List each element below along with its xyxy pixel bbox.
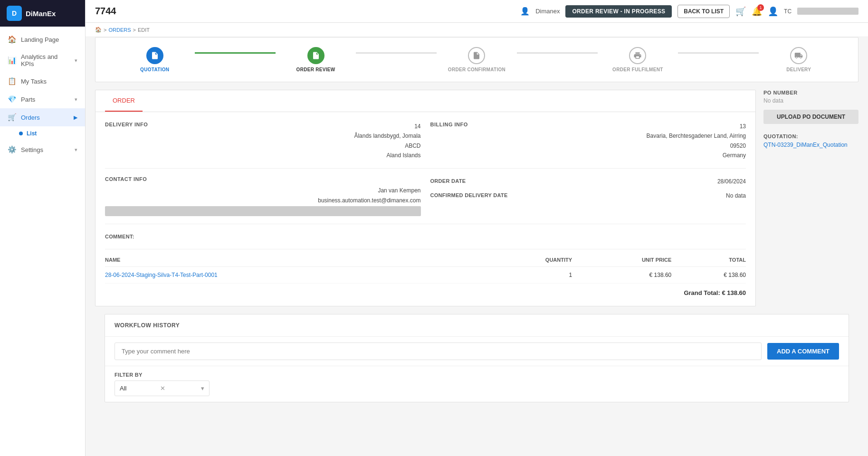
back-to-list-button[interactable]: BACK TO LIST	[677, 5, 730, 18]
delivery-line2: Ålands landsbygd, Jomala	[263, 131, 420, 141]
sidebar-item-label: Settings	[21, 146, 43, 153]
sidebar-item-label: Orders	[21, 114, 40, 121]
topbar: 7744 👤 Dimanex ORDER REVIEW - IN PROGRES…	[86, 0, 868, 23]
step-label-quotation: QUOTATION	[140, 67, 169, 72]
filter-chevron-icon[interactable]: ▾	[201, 385, 204, 392]
user-initials: TC	[784, 8, 792, 15]
sidebar-sub-orders: List	[0, 126, 85, 141]
confirmed-delivery-label: CONFIRMED DELIVERY DATE	[430, 192, 508, 199]
analytics-icon: 📊	[8, 56, 16, 65]
workflow-history-section: WORKFLOW HISTORY ADD A COMMENT FILTER BY…	[105, 314, 849, 402]
sidebar: D DiManEx 🏠 Landing Page 📊 Analytics and…	[0, 0, 86, 456]
order-date-row: ORDER DATE 28/06/2024	[430, 176, 746, 187]
billing-line4: Germany	[588, 151, 746, 160]
step-circle-order-confirmation	[468, 47, 485, 64]
filter-by-label: FILTER BY	[114, 372, 839, 378]
sidebar-logo: D DiManEx	[0, 0, 85, 27]
col-header-name: NAME	[105, 253, 482, 267]
cart-icon[interactable]: 🛒	[735, 6, 746, 17]
filter-section: FILTER BY All ✕ ▾	[105, 366, 849, 402]
comment-section: COMMENT:	[105, 230, 746, 249]
col-header-total: TOTAL	[671, 253, 746, 267]
step-circle-quotation	[146, 47, 163, 64]
order-date-label: ORDER DATE	[430, 178, 466, 185]
contact-dates-section: CONTACT INFO Jan van Kempen business.aut…	[105, 176, 746, 225]
contact-info-label: CONTACT INFO	[105, 176, 421, 182]
right-panel: PO NUMBER No data UPLOAD PO DOCUMENT Quo…	[763, 90, 858, 306]
upload-po-button[interactable]: UPLOAD PO DOCUMENT	[763, 110, 858, 124]
logo-icon: D	[7, 6, 22, 21]
step-label-order-confirmation: ORDER CONFIRMATION	[448, 67, 506, 72]
quotation-link[interactable]: QTN-03239_DiManEx_Quotation	[763, 142, 848, 148]
sidebar-item-landing[interactable]: 🏠 Landing Page	[0, 30, 85, 48]
billing-line2: Bavaria, Berchtesgadener Land, Airring	[588, 131, 746, 141]
billing-line3: 09520	[588, 141, 746, 151]
delivery-line4: Aland Islands	[263, 151, 420, 160]
sidebar-item-settings[interactable]: ⚙️ Settings ▾	[0, 141, 85, 159]
add-comment-button[interactable]: ADD A COMMENT	[767, 343, 839, 360]
main-content: 7744 👤 Dimanex ORDER REVIEW - IN PROGRES…	[86, 0, 868, 456]
sidebar-item-parts[interactable]: 💎 Parts ▾	[0, 90, 85, 108]
delivery-info-col: DELIVERY INFO	[105, 122, 263, 161]
item-link[interactable]: 28-06-2024-Staging-Silva-T4-Test-Part-00…	[105, 272, 218, 278]
step-line-3	[517, 52, 597, 54]
po-number-value: No data	[763, 97, 858, 104]
confirmed-delivery-value: No data	[726, 192, 746, 199]
sidebar-item-label: List	[27, 130, 37, 137]
sidebar-item-list[interactable]: List	[14, 126, 85, 141]
order-body: DELIVERY INFO 14 Ålands landsbygd, Jomal…	[95, 112, 755, 306]
home-icon: 🏠	[8, 35, 16, 44]
step-order-review: ORDER REVIEW	[276, 47, 356, 72]
item-name: 28-06-2024-Staging-Silva-T4-Test-Part-00…	[105, 267, 482, 284]
sidebar-item-tasks[interactable]: 📋 My Tasks	[0, 72, 85, 90]
step-line-2	[356, 52, 436, 54]
filter-select[interactable]: All ✕ ▾	[114, 380, 210, 396]
comment-input[interactable]	[114, 342, 762, 360]
po-number-label: PO NUMBER	[763, 90, 858, 95]
step-circle-order-fulfilment	[629, 47, 646, 64]
item-quantity: 1	[482, 267, 572, 284]
order-tabs: ORDER	[95, 90, 755, 112]
status-badge: ORDER REVIEW - IN PROGRESS	[565, 5, 672, 18]
sidebar-item-orders[interactable]: 🛒 Orders ▶	[0, 108, 85, 126]
filter-clear-icon[interactable]: ✕	[160, 385, 165, 392]
parts-icon: 💎	[8, 95, 16, 104]
logo-text: DiManEx	[26, 10, 56, 18]
contact-info-col: CONTACT INFO Jan van Kempen business.aut…	[105, 176, 421, 217]
grand-total: Grand Total: € 138.60	[105, 284, 746, 296]
step-delivery: DELIVERY	[759, 47, 839, 72]
contact-name: Jan van Kempen	[105, 186, 421, 196]
breadcrumb-separator2: >	[133, 27, 136, 33]
step-circle-order-review	[307, 47, 324, 64]
tab-order[interactable]: ORDER	[105, 90, 143, 112]
settings-icon: ⚙️	[8, 145, 16, 154]
progress-bar: QUOTATION ORDER REVIEW ORDER CONFIRMATIO…	[95, 37, 858, 82]
comment-input-row: ADD A COMMENT	[105, 337, 849, 366]
grand-total-value: € 138.60	[722, 289, 746, 296]
user-profile-icon[interactable]: 👤	[768, 6, 778, 17]
notification-badge: 1	[757, 4, 764, 11]
nav-arrow-icon: ▶	[74, 114, 77, 121]
home-breadcrumb[interactable]: 🏠	[95, 27, 102, 33]
sidebar-item-label: Parts	[21, 96, 35, 103]
sidebar-item-label: Analytics and KPIs	[21, 53, 70, 67]
user-icon: 👤	[520, 7, 530, 16]
grand-total-label: Grand Total:	[684, 289, 720, 296]
billing-line1: 13	[588, 122, 746, 131]
step-label-delivery: DELIVERY	[786, 67, 811, 72]
sidebar-item-analytics[interactable]: 📊 Analytics and KPIs ▾	[0, 48, 85, 72]
order-date-value: 28/06/2024	[717, 178, 746, 185]
notifications-icon[interactable]: 🔔 1	[752, 6, 762, 17]
step-label-order-fulfilment: ORDER FULFILMENT	[612, 67, 663, 72]
quotation-label: Quotation:	[763, 133, 858, 139]
items-table: NAME QUANTITY UNIT PRICE TOTAL 28-06-202…	[105, 253, 746, 284]
page-body: ORDER DELIVERY INFO 14 Ålands landsbygd,…	[86, 82, 868, 456]
step-order-confirmation: ORDER CONFIRMATION	[437, 47, 517, 72]
dot-indicator	[19, 132, 23, 135]
comment-label: COMMENT:	[105, 234, 746, 239]
page-title: 7744	[95, 6, 513, 17]
workflow-history-header: WORKFLOW HISTORY	[105, 314, 849, 337]
orders-icon: 🛒	[8, 113, 16, 122]
breadcrumb-orders[interactable]: ORDERS	[108, 27, 131, 33]
step-line-1	[195, 52, 275, 54]
